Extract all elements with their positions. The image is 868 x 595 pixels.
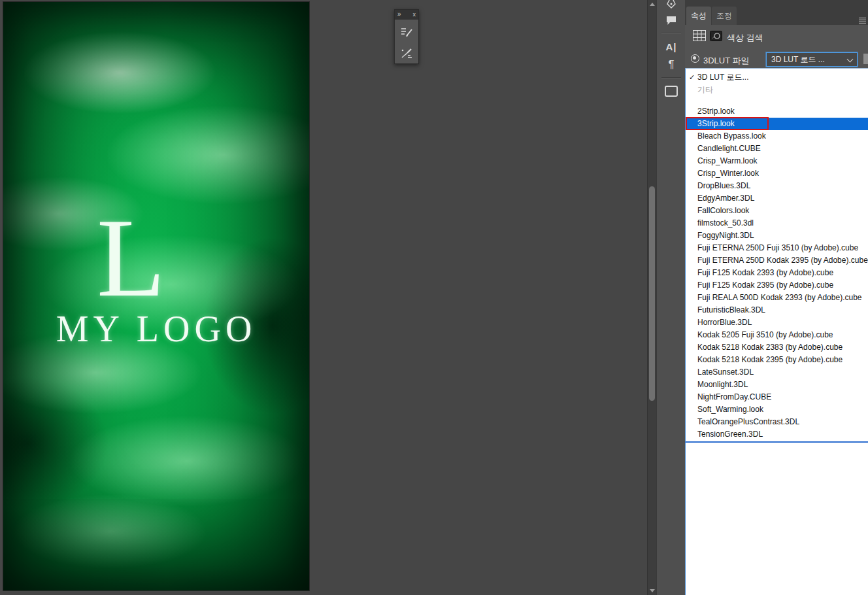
lut-file-option[interactable]: Crisp_Winter.look (686, 167, 868, 180)
logo-letter: L (74, 201, 188, 314)
comment-icon (665, 14, 678, 26)
brush-presets-button[interactable] (398, 46, 415, 61)
properties-panel: 속성 조정 색상 검색 (685, 0, 868, 595)
lut-file-option[interactable]: TealOrangePlusContrast.3DL (686, 416, 868, 428)
lut-file-option[interactable]: Moonlight.3DL (686, 379, 868, 391)
artboard-panel-button[interactable] (657, 82, 686, 99)
check-icon: ✓ (689, 71, 695, 84)
lut-file-label: FuturisticBleak.3DL (697, 305, 765, 314)
lut-file-label: LateSunset.3DL (697, 367, 754, 377)
lut-file-option[interactable]: 3Strip.look (686, 118, 868, 130)
floating-toolbar-header: » x (395, 10, 418, 20)
annotation-red-box (686, 117, 769, 130)
lut-file-option[interactable]: 2Strip.look (686, 105, 868, 118)
lut-dropdown: ✓ 3D LUT 로드... 기타 2Strip.look 3Strip.loo… (685, 68, 868, 443)
lut-file-option[interactable]: Bleach Bypass.look (686, 130, 868, 143)
lut-file-option[interactable]: Fuji F125 Kodak 2393 (by Adobe).cube (686, 267, 868, 279)
lut-file-list: 2Strip.look 3Strip.look Bleach Bypass.lo… (686, 105, 868, 441)
panel-empty-area (685, 443, 868, 595)
lut-file-option[interactable]: Fuji F125 Kodak 2395 (by Adobe).cube (686, 279, 868, 292)
canvas-area: L MY LOGO » x (0, 0, 647, 595)
lut-file-option[interactable]: Soft_Warming.look (686, 403, 868, 416)
lut-select-value: 3D LUT 로드 ... (771, 53, 825, 66)
lut-file-label: FallColors.look (697, 206, 749, 215)
lut-file-label: FoggyNight.3DL (697, 231, 754, 240)
lut-file-label: Fuji F125 Kodak 2395 (by Adobe).cube (697, 280, 833, 290)
lut-file-option[interactable]: LateSunset.3DL (686, 366, 868, 379)
paragraph-icon: ¶ (668, 58, 674, 71)
chevron-down-icon (847, 56, 854, 63)
lut-option-other[interactable]: 기타 (686, 84, 868, 96)
lut-file-label: Bleach Bypass.look (697, 131, 766, 141)
lut-file-label: Fuji F125 Kodak 2393 (by Adobe).cube (697, 268, 833, 277)
tab-adjustments[interactable]: 조정 (712, 7, 737, 25)
pen-icon (665, 0, 677, 10)
lut-file-option[interactable]: filmstock_50.3dl (686, 217, 868, 230)
dock-divider (661, 77, 681, 78)
panel-menu-icon[interactable] (859, 18, 866, 25)
canvas-vertical-scrollbar[interactable] (647, 0, 656, 595)
brush-settings-button[interactable] (398, 26, 415, 40)
pen-panel-button[interactable] (657, 0, 686, 10)
lut-option-load[interactable]: ✓ 3D LUT 로드... (686, 71, 868, 84)
clipped-control-fragment (863, 54, 868, 64)
panel-tab-bar: 속성 조정 (685, 0, 868, 25)
scroll-down-arrow-icon[interactable] (650, 589, 655, 592)
lut-file-option[interactable]: Candlelight.CUBE (686, 143, 868, 155)
lut-file-label: Crisp_Warm.look (697, 156, 758, 165)
lut-file-label: Moonlight.3DL (697, 380, 748, 389)
panel-title: 색상 검색 (727, 32, 763, 44)
lut-option-label: 3D LUT 로드... (697, 73, 748, 82)
lut-file-label: EdgyAmber.3DL (697, 194, 754, 203)
photoshop-window: L MY LOGO » x (0, 0, 868, 595)
lut-file-label: Fuji REALA 500D Kodak 2393 (by Adobe).cu… (697, 293, 862, 302)
lut-file-option[interactable]: FuturisticBleak.3DL (686, 304, 868, 316)
lut-file-option[interactable]: Fuji ETERNA 250D Fuji 3510 (by Adobe).cu… (686, 242, 868, 254)
collapse-panel-button[interactable]: » (397, 10, 401, 19)
lut-file-option[interactable]: Fuji ETERNA 250D Kodak 2395 (by Adobe).c… (686, 254, 868, 267)
lut-file-label: Crisp_Winter.look (697, 169, 759, 178)
panel-dock-strip: A| ¶ (656, 0, 685, 595)
lut-file-label: TealOrangePlusContrast.3DL (697, 417, 799, 426)
lut-file-option[interactable]: Kodak 5218 Kodak 2383 (by Adobe).cube (686, 341, 868, 354)
lut-file-option[interactable]: TensionGreen.3DL (686, 428, 868, 441)
paragraph-panel-button[interactable]: ¶ (657, 56, 686, 73)
close-panel-button[interactable]: x (413, 10, 416, 19)
lut-file-option[interactable]: Fuji REALA 500D Kodak 2393 (by Adobe).cu… (686, 292, 868, 304)
lut-file-label: Kodak 5218 Kodak 2395 (by Adobe).cube (697, 355, 843, 364)
scroll-up-arrow-icon[interactable] (650, 3, 655, 6)
adjustment-header: 색상 검색 (685, 25, 868, 47)
color-lookup-thumbnail-icon (710, 31, 722, 44)
lut-file-select[interactable]: 3D LUT 로드 ... (766, 52, 858, 67)
lut-file-label: Soft_Warming.look (697, 405, 763, 414)
lut-file-option[interactable]: Kodak 5205 Fuji 3510 (by Adobe).cube (686, 329, 868, 341)
scrollbar-thumb[interactable] (649, 186, 655, 401)
grid-icon (693, 30, 706, 44)
lut-file-option[interactable]: Crisp_Warm.look (686, 155, 868, 167)
lut-file-option[interactable]: FallColors.look (686, 205, 868, 217)
lut-file-label: 2Strip.look (697, 107, 735, 116)
artboard-icon (665, 86, 678, 97)
lut-file-label: Fuji ETERNA 250D Kodak 2395 (by Adobe).c… (697, 256, 868, 265)
lut-file-label: NightFromDay.CUBE (697, 392, 771, 401)
character-icon: A| (665, 41, 676, 52)
lut-file-label: HorrorBlue.3DL (697, 318, 752, 327)
character-panel-button[interactable]: A| (657, 38, 686, 55)
brush-settings-icon (399, 26, 414, 39)
lut-file-option[interactable]: EdgyAmber.3DL (686, 192, 868, 205)
document-canvas: L MY LOGO (3, 2, 309, 590)
lut-file-option[interactable]: DropBlues.3DL (686, 180, 868, 192)
lut-file-label: Kodak 5218 Kodak 2383 (by Adobe).cube (697, 343, 843, 352)
lut-file-option[interactable]: FoggyNight.3DL (686, 230, 868, 242)
logo-text: MY LOGO (3, 308, 309, 350)
lut-file-option[interactable]: HorrorBlue.3DL (686, 316, 868, 329)
lut-file-label: Candlelight.CUBE (697, 144, 761, 153)
lut-file-label: Fuji ETERNA 250D Fuji 3510 (by Adobe).cu… (697, 243, 858, 252)
lut-file-label: filmstock_50.3dl (697, 218, 754, 228)
tab-properties[interactable]: 속성 (686, 7, 711, 25)
lut-file-option[interactable]: Kodak 5218 Kodak 2395 (by Adobe).cube (686, 354, 868, 366)
comments-panel-button[interactable] (657, 12, 686, 29)
lut-field-row: 3DLUT 파일 3D LUT 로드 ... (685, 47, 868, 68)
lut-radio-button[interactable] (691, 54, 699, 63)
lut-file-option[interactable]: NightFromDay.CUBE (686, 391, 868, 403)
